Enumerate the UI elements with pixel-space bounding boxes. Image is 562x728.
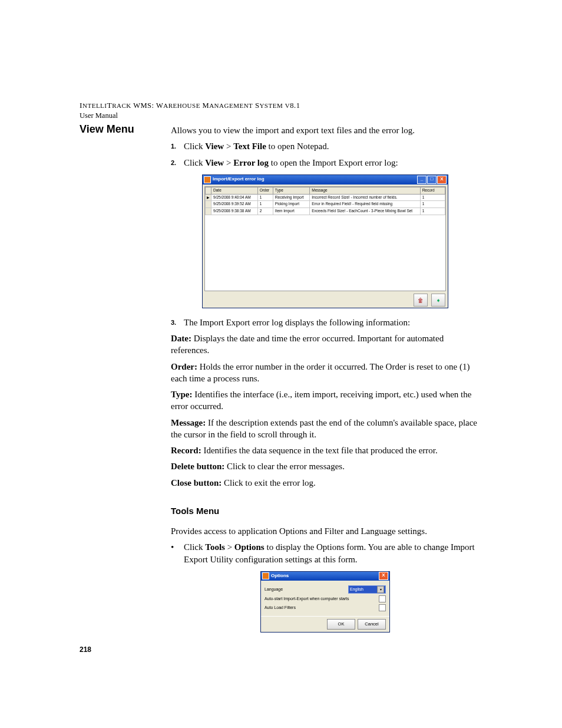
options-dialog: Options X Language English ▾ Auto-start … (260, 571, 390, 633)
field-order: Order: Holds the error number in the ord… (171, 361, 480, 385)
language-label: Language (265, 587, 348, 592)
tools-menu-heading: Tools Menu (171, 505, 480, 517)
tools-bullet: • Click Tools > Options to display the O… (171, 541, 480, 565)
exit-button[interactable]: ➧ (431, 294, 445, 307)
table-row[interactable]: 9/25/2008 9:38:38 AM2Item ImportExceeds … (206, 208, 445, 215)
minimize-button[interactable]: _ (417, 176, 427, 184)
error-log-titlebar[interactable]: Import/Export error log _ □ X (203, 175, 448, 185)
autostart-label: Auto-start Import-Export when computer s… (265, 596, 379, 601)
field-record: Record: Identifies the data sequence in … (171, 444, 480, 456)
step-3: 3. The Import Export error log displays … (171, 317, 480, 328)
app-icon (204, 176, 211, 183)
options-titlebar[interactable]: Options X (261, 572, 389, 581)
error-log-grid[interactable]: DateOrderTypeMessageRecord ▶9/25/2008 9:… (205, 187, 445, 215)
field-date: Date: Displays the date and time the err… (171, 332, 480, 357)
grid-header-row: DateOrderTypeMessageRecord (206, 187, 445, 194)
error-log-title: Import/Export error log (213, 176, 417, 183)
autostart-checkbox[interactable] (379, 595, 386, 602)
field-delete-button: Delete button: Click to clear the error … (171, 460, 480, 472)
step-1: 1. Click View > Text File to open Notepa… (171, 140, 480, 152)
table-row[interactable]: 9/25/2008 9:39:52 AM1Picking ImportError… (206, 201, 445, 208)
options-title: Options (271, 573, 379, 579)
error-log-window: Import/Export error log _ □ X DateOrderT… (202, 174, 448, 308)
view-menu-heading: View Menu (80, 122, 134, 136)
running-header-line2: User Manual (80, 111, 480, 121)
trash-icon: 🗑 (418, 297, 424, 305)
page-number: 218 (80, 645, 91, 654)
language-select[interactable]: English ▾ (348, 585, 386, 594)
field-type: Type: Identifies the interface (i.e., it… (171, 388, 480, 413)
app-icon (262, 572, 269, 579)
tools-intro: Provides access to application Options a… (171, 525, 480, 537)
close-dialog-button[interactable]: X (379, 572, 388, 580)
step-2: 2. Click View > Error log to open the Im… (171, 157, 480, 169)
field-close-button: Close button: Click to exit the error lo… (171, 477, 480, 489)
autoload-checkbox[interactable] (379, 604, 386, 611)
running-header-line1: INTELLITRACK WMS: WAREHOUSE MANAGEMENT S… (80, 100, 480, 111)
cancel-button[interactable]: Cancel (358, 619, 386, 630)
table-row[interactable]: ▶9/25/2008 9:40:04 AM1Receiving ImportIn… (206, 194, 445, 201)
ok-button[interactable]: OK (327, 619, 355, 630)
delete-button[interactable]: 🗑 (414, 294, 428, 307)
close-window-button[interactable]: X (437, 176, 447, 184)
field-message: Message: If the description extends past… (171, 417, 480, 441)
autoload-label: Auto Load Filters (265, 605, 379, 610)
maximize-button[interactable]: □ (427, 176, 437, 184)
chevron-down-icon: ▾ (377, 586, 384, 593)
door-exit-icon: ➧ (436, 297, 441, 305)
view-menu-intro: Allows you to view the import and export… (171, 124, 480, 136)
